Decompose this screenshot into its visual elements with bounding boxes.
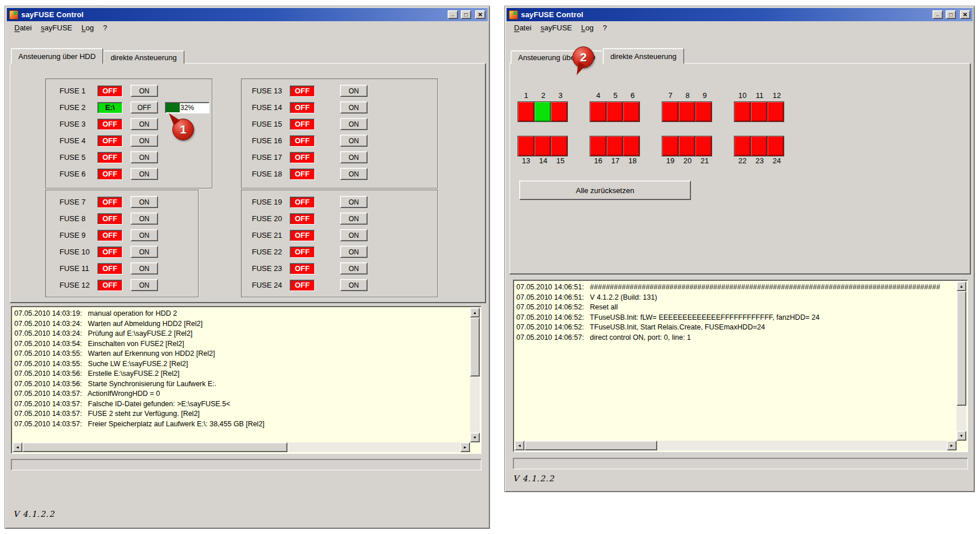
horizontal-scrollbar-thumb[interactable] (22, 442, 287, 452)
fuse-toggle-button[interactable]: ON (340, 279, 368, 291)
fuse-toggle-button[interactable]: ON (131, 229, 158, 241)
fuse-cell-8[interactable] (678, 101, 696, 122)
title-bar[interactable]: sayFUSE Control _ □ ✕ (7, 8, 488, 21)
close-button[interactable]: ✕ (960, 10, 970, 19)
log-content: 07.05.2010 14:06:51: ###################… (516, 282, 955, 439)
cell-number: 12 (768, 91, 785, 101)
menu-item-help[interactable]: ? (598, 22, 611, 33)
menu-item-help[interactable]: ? (98, 22, 112, 33)
menu-item-sayfuse[interactable]: sayFUSE (536, 22, 576, 33)
fuse-toggle-button[interactable]: ON (340, 85, 368, 97)
fuse-status-indicator: OFF (97, 246, 122, 258)
fuse-cell-24[interactable] (767, 136, 784, 156)
fuse-toggle-button[interactable]: ON (131, 213, 158, 225)
cell-number: 21 (696, 156, 713, 167)
minimize-button[interactable]: _ (448, 10, 458, 19)
fuse-cell-12[interactable] (767, 101, 784, 122)
maximize-button[interactable]: □ (461, 10, 471, 19)
fuse-toggle-button[interactable]: ON (340, 135, 368, 147)
fuse-toggle-button[interactable]: ON (131, 196, 158, 208)
fuse-cell-10[interactable] (734, 101, 751, 122)
vertical-scrollbar-thumb[interactable] (470, 317, 480, 376)
fuse-toggle-button[interactable]: ON (131, 279, 158, 291)
fuse-cell-9[interactable] (695, 101, 712, 122)
fuse-cell-group: 456 (590, 91, 641, 122)
cell-number-row: 161718 (590, 156, 641, 167)
fuse-status-indicator: OFF (97, 85, 122, 97)
title-bar[interactable]: sayFUSE Control _ □ ✕ (507, 8, 973, 21)
reset-all-button[interactable]: Alle zurücksetzen (519, 180, 691, 200)
menu-item-datei[interactable]: Datei (10, 22, 36, 33)
fuse-status-indicator: OFF (290, 197, 315, 208)
fuse-cell-3[interactable] (551, 101, 568, 122)
fuse-toggle-button[interactable]: ON (131, 135, 158, 147)
menu-bar: DateisayFUSELog? (507, 21, 973, 34)
fuse-toggle-button[interactable]: ON (131, 168, 158, 180)
fuse-toggle-button[interactable]: OFF (131, 101, 158, 113)
fuse-cell-7[interactable] (662, 101, 679, 122)
fuse-toggle-button[interactable]: ON (340, 229, 368, 241)
menu-item-datei[interactable]: Datei (509, 22, 536, 33)
fuse-cell-5[interactable] (606, 101, 623, 122)
app-icon (509, 10, 518, 19)
fuse-toggle-button[interactable]: ON (340, 151, 368, 163)
fuse-cell-22[interactable] (734, 136, 751, 156)
horizontal-scrollbar[interactable]: ◄ ► (13, 442, 470, 452)
fuse-cell-13[interactable] (517, 136, 535, 156)
fuse-toggle-button[interactable]: ON (340, 168, 368, 180)
log-panel[interactable]: 07.05.2010 14:06:51: ###################… (513, 280, 968, 452)
fuse-toggle-button[interactable]: ON (340, 118, 368, 130)
fuse-toggle-button[interactable]: ON (131, 246, 158, 258)
fuse-cell-14[interactable] (534, 136, 551, 156)
fuse-cell-6[interactable] (623, 101, 640, 122)
scroll-up-button[interactable]: ▲ (470, 308, 480, 317)
log-panel[interactable]: 07.05.2010 14:03:19: manual operation fo… (11, 306, 481, 454)
fuse-cell-11[interactable] (750, 101, 768, 122)
scroll-left-button[interactable]: ◄ (13, 442, 22, 452)
fuse-toggle-button[interactable]: ON (131, 151, 158, 163)
fuse-toggle-button[interactable]: ON (340, 246, 368, 258)
fuse-toggle-button[interactable]: ON (340, 101, 368, 113)
fuse-label: FUSE 23 (252, 264, 287, 273)
close-button[interactable]: ✕ (475, 10, 485, 19)
fuse-toggle-button[interactable]: ON (340, 196, 368, 208)
fuse-cell-19[interactable] (662, 136, 679, 156)
fuse-toggle-button[interactable]: ON (131, 85, 158, 97)
menu-item-log[interactable]: Log (77, 22, 98, 33)
fuse-cell-20[interactable] (678, 136, 696, 156)
menu-item-sayfuse[interactable]: sayFUSE (36, 22, 77, 33)
minimize-button[interactable]: _ (932, 10, 943, 19)
maximize-button[interactable]: □ (946, 10, 956, 19)
vertical-scrollbar-thumb[interactable] (957, 291, 966, 406)
scroll-left-button[interactable]: ◄ (515, 441, 524, 450)
fuse-cell-16[interactable] (590, 136, 607, 156)
scroll-right-button[interactable]: ► (460, 442, 470, 452)
fuse-cell-17[interactable] (606, 136, 623, 156)
fuse-cell-21[interactable] (695, 136, 712, 156)
fuse-toggle-button[interactable]: ON (340, 213, 368, 225)
fuse-cell-23[interactable] (750, 136, 768, 156)
fuse-cell-18[interactable] (623, 136, 640, 156)
log-content: 07.05.2010 14:03:19: manual operation fo… (14, 309, 469, 441)
cell-number: 20 (679, 156, 696, 167)
scroll-up-button[interactable]: ▲ (957, 281, 966, 291)
scroll-right-button[interactable]: ► (947, 441, 957, 450)
vertical-scrollbar[interactable]: ▲ ▼ (957, 281, 966, 441)
fuse-cell-2[interactable] (534, 101, 551, 122)
fuse-label: FUSE 4 (60, 136, 95, 145)
scroll-down-button[interactable]: ▼ (957, 431, 966, 441)
fuse-cell-1[interactable] (517, 101, 535, 122)
fuse-cell-4[interactable] (590, 101, 607, 122)
fuse-cell-15[interactable] (551, 136, 568, 156)
fuse-toggle-button[interactable]: ON (340, 262, 368, 274)
vertical-scrollbar[interactable]: ▲ ▼ (470, 308, 480, 442)
tab-direkte-ansteuerung[interactable]: direkte Ansteuerung (603, 48, 684, 64)
fuse-toggle-button[interactable]: ON (131, 118, 158, 130)
fuse-toggle-button[interactable]: ON (131, 262, 158, 274)
menu-item-log[interactable]: Log (576, 22, 598, 33)
horizontal-scrollbar[interactable]: ◄ ► (515, 441, 957, 450)
tab-direkte-ansteuerung[interactable]: direkte Ansteuerung (103, 50, 184, 64)
tab-ansteuerung-ueber-hdd[interactable]: Ansteuerung über HDD (11, 48, 103, 64)
scroll-down-button[interactable]: ▼ (470, 433, 480, 442)
horizontal-scrollbar-thumb[interactable] (524, 441, 657, 450)
